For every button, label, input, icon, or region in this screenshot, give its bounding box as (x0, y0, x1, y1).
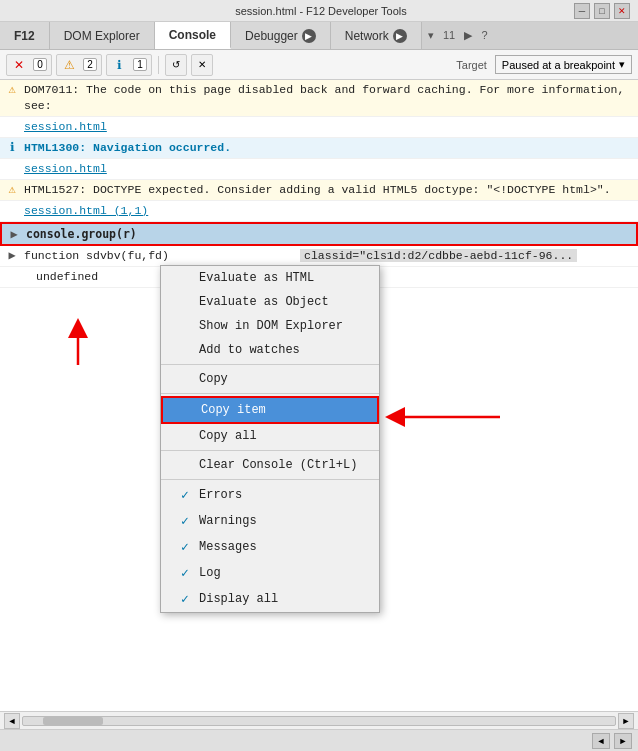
network-badge: ▶ (393, 29, 407, 43)
tab-f12[interactable]: F12 (0, 22, 50, 49)
warn-icon-2: ⚠ (4, 182, 20, 198)
error-filter-button[interactable]: ✕ 0 (6, 54, 52, 76)
tab-bar: F12 DOM Explorer Console Debugger ▶ Netw… (0, 22, 638, 50)
session-link-2[interactable]: session.html (24, 161, 107, 177)
console-text-3: HTML1300: Navigation occurred. (24, 140, 634, 156)
horizontal-scrollbar: ◄ ► (0, 711, 638, 729)
ctx-log[interactable]: ✓ Log (161, 560, 379, 586)
console-line-2: session.html (0, 117, 638, 138)
dropdown-arrow-icon: ▾ (619, 58, 625, 71)
ctx-label-add-watches: Add to watches (199, 343, 300, 357)
ctx-errors[interactable]: ✓ Errors (161, 482, 379, 508)
ctx-copy-item[interactable]: Copy item (161, 396, 379, 424)
ctx-check-display-all: ✓ (177, 591, 193, 607)
ctx-label-log: Log (199, 566, 221, 580)
tab-extras: ▾ 11 ▶ ? (422, 22, 506, 49)
ctx-label-copy: Copy (199, 372, 228, 386)
ctx-evaluate-html[interactable]: Evaluate as HTML (161, 266, 379, 290)
console-text-1: DOM7011: The code on this page disabled … (24, 82, 634, 114)
scroll-right-button[interactable]: ► (618, 713, 634, 729)
ctx-check-log: ✓ (177, 565, 193, 581)
ctx-label-show-dom: Show in DOM Explorer (199, 319, 343, 333)
error-count: 0 (33, 58, 47, 71)
title-bar: session.html - F12 Developer Tools ─ □ ✕ (0, 0, 638, 22)
restore-button[interactable]: □ (594, 3, 610, 19)
ctx-evaluate-object[interactable]: Evaluate as Object (161, 290, 379, 314)
warn-count: 2 (83, 58, 97, 71)
context-menu: Evaluate as HTML Evaluate as Object Show… (160, 265, 380, 613)
console-line-5: ⚠ HTML1527: DOCTYPE expected. Consider a… (0, 180, 638, 201)
ctx-label-warnings: Warnings (199, 514, 257, 528)
ctx-label-errors: Errors (199, 488, 242, 502)
ctx-sep-1 (161, 364, 379, 365)
collapse-arrow-icon: ▶ (6, 226, 22, 242)
info-filter-button[interactable]: ℹ 1 (106, 54, 152, 76)
refresh-icon: ↺ (172, 59, 180, 70)
ctx-label-copy-all: Copy all (199, 429, 257, 443)
ctx-sep-2 (161, 393, 379, 394)
clear-icon: ✕ (198, 59, 206, 70)
info-count: 1 (133, 58, 147, 71)
target-value: Paused at a breakpoint (502, 59, 615, 71)
console-function-text: function sdvbv(fu,fd) classid="cls1d:d2/… (24, 248, 634, 264)
ctx-add-watches[interactable]: Add to watches (161, 338, 379, 362)
ctx-label-evaluate-object: Evaluate as Object (199, 295, 329, 309)
console-group-text: console.group(r) (26, 226, 632, 242)
status-left-button[interactable]: ◄ (592, 733, 610, 749)
ctx-display-all[interactable]: ✓ Display all (161, 586, 379, 612)
refresh-button[interactable]: ↺ (165, 54, 187, 76)
ctx-check-errors: ✓ (177, 487, 193, 503)
warn-icon-1: ⚠ (4, 82, 20, 98)
ctx-copy[interactable]: Copy (161, 367, 379, 391)
console-line-6: session.html (1,1) (0, 201, 638, 222)
debugger-badge: ▶ (302, 29, 316, 43)
ctx-clear-console[interactable]: Clear Console (Ctrl+L) (161, 453, 379, 477)
console-line-1: ⚠ DOM7011: The code on this page disable… (0, 80, 638, 117)
ctx-show-dom[interactable]: Show in DOM Explorer (161, 314, 379, 338)
ctx-label-clear-console: Clear Console (Ctrl+L) (199, 458, 357, 472)
console-text-5: HTML1527: DOCTYPE expected. Consider add… (24, 182, 634, 198)
scroll-left-button[interactable]: ◄ (4, 713, 20, 729)
ctx-check-messages: ✓ (177, 539, 193, 555)
tab-dom-explorer[interactable]: DOM Explorer (50, 22, 155, 49)
target-label: Target (456, 59, 487, 71)
scrollbar-track[interactable] (22, 716, 616, 726)
ctx-warnings[interactable]: ✓ Warnings (161, 508, 379, 534)
window-controls[interactable]: ─ □ ✕ (574, 3, 630, 19)
function-arrow-icon: ▶ (4, 248, 20, 264)
ctx-messages[interactable]: ✓ Messages (161, 534, 379, 560)
console-area: ⚠ DOM7011: The code on this page disable… (0, 80, 638, 711)
ctx-label-messages: Messages (199, 540, 257, 554)
session-link-3[interactable]: session.html (1,1) (24, 203, 148, 219)
scrollbar-thumb[interactable] (43, 717, 103, 725)
console-selected-entry[interactable]: ▶ console.group(r) (0, 222, 638, 246)
ctx-sep-4 (161, 479, 379, 480)
status-bar: ◄ ► (0, 729, 638, 751)
console-line-function: ▶ function sdvbv(fu,fd) classid="cls1d:d… (0, 246, 638, 267)
info-icon: ℹ (111, 58, 127, 72)
warn-icon: ⚠ (61, 58, 77, 72)
tab-network[interactable]: Network ▶ (331, 22, 422, 49)
toolbar-separator-1 (158, 56, 159, 74)
ctx-check-warnings: ✓ (177, 513, 193, 529)
ctx-copy-all[interactable]: Copy all (161, 424, 379, 448)
ctx-label-display-all: Display all (199, 592, 278, 606)
minimize-button[interactable]: ─ (574, 3, 590, 19)
toolbar: ✕ 0 ⚠ 2 ℹ 1 ↺ ✕ Target Paused at a break… (0, 50, 638, 80)
tab-debugger[interactable]: Debugger ▶ (231, 22, 331, 49)
close-button[interactable]: ✕ (614, 3, 630, 19)
console-line-4: session.html (0, 159, 638, 180)
clear-button[interactable]: ✕ (191, 54, 213, 76)
error-icon: ✕ (11, 58, 27, 72)
tab-console[interactable]: Console (155, 22, 231, 49)
info-icon-1: ℹ (4, 140, 20, 156)
console-line-3: ℹ HTML1300: Navigation occurred. (0, 138, 638, 159)
window-title: session.html - F12 Developer Tools (68, 5, 574, 17)
ctx-label-copy-item: Copy item (201, 403, 266, 417)
session-link-1[interactable]: session.html (24, 119, 107, 135)
ctx-sep-3 (161, 450, 379, 451)
target-dropdown[interactable]: Paused at a breakpoint ▾ (495, 55, 632, 74)
status-right-button[interactable]: ► (614, 733, 632, 749)
ctx-label-evaluate-html: Evaluate as HTML (199, 271, 314, 285)
warn-filter-button[interactable]: ⚠ 2 (56, 54, 102, 76)
